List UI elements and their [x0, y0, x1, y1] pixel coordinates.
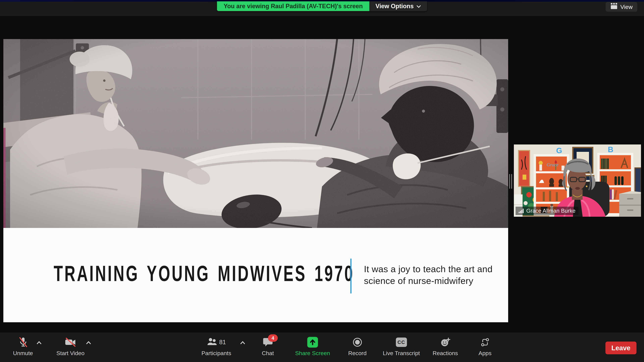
chat-button[interactable]: 4 Chat [262, 336, 274, 357]
unmute-label: Unmute [13, 350, 33, 357]
apps-label: Apps [478, 350, 492, 357]
banner-message: You are viewing Raul Padilla (AV-TECH)'s… [217, 1, 370, 11]
slide-divider [350, 259, 352, 294]
participant-video: Grace G [514, 144, 641, 217]
photo-illustration [3, 39, 508, 228]
view-button[interactable]: View [606, 2, 637, 12]
shelf-script-text: Grace [547, 162, 558, 167]
share-screen-button[interactable]: Share Screen [295, 336, 330, 357]
shared-screen: TRAINING YOUNG MIDWIVES 1970 It was a jo… [3, 39, 508, 322]
signal-bars-icon [518, 208, 524, 213]
cc-icon: CC [396, 338, 407, 347]
participants-chevron[interactable] [240, 341, 246, 346]
view-options-label: View Options [376, 3, 414, 10]
chat-label: Chat [262, 350, 274, 357]
screen-share-banner: You are viewing Raul Padilla (AV-TECH)'s… [217, 1, 427, 11]
reactions-button[interactable]: Reactions [432, 336, 458, 357]
mic-muted-icon [18, 336, 28, 348]
record-label: Record [348, 350, 366, 357]
participant-thumbnail[interactable]: Grace G [514, 144, 641, 217]
live-transcript-label: Live Transcript [383, 350, 420, 357]
share-screen-icon [307, 337, 318, 348]
zoom-meeting-window: Recording You are viewing Raul Padilla (… [0, 0, 644, 362]
leave-button[interactable]: Leave [606, 342, 636, 354]
participants-label: Participants [202, 350, 231, 357]
slide-title: TRAINING YOUNG MIDWIVES 1970 [54, 261, 354, 286]
apps-button[interactable]: Apps [478, 336, 492, 357]
video-options-chevron[interactable] [85, 341, 92, 346]
participants-count: 81 [219, 339, 226, 346]
panel-resize-handle[interactable] [508, 174, 513, 189]
record-button[interactable]: Record [348, 336, 366, 357]
share-screen-label: Share Screen [295, 350, 330, 357]
slide-subtitle: It was a joy to teach the art and scienc… [364, 263, 512, 287]
live-transcript-button[interactable]: CC Live Transcript [383, 336, 420, 357]
camera-muted-icon [64, 336, 76, 348]
unmute-button[interactable]: Unmute [13, 336, 33, 357]
reactions-label: Reactions [432, 350, 458, 357]
start-video-label: Start Video [56, 350, 84, 357]
start-video-button[interactable]: Start Video [56, 336, 84, 357]
chevron-down-icon [416, 3, 421, 10]
participant-name: Grace Allman Burke [526, 208, 576, 214]
apps-icon [480, 336, 490, 348]
view-label: View [620, 4, 632, 10]
reactions-icon [440, 336, 450, 348]
slide-photo [3, 39, 508, 228]
mic-options-chevron[interactable] [36, 341, 42, 346]
participants-icon [207, 337, 217, 348]
view-options-button[interactable]: View Options [370, 1, 427, 11]
participants-button[interactable]: 81 Participants [202, 336, 231, 357]
wall-letter-b: B [608, 145, 613, 154]
gallery-view-icon [610, 3, 618, 11]
chat-icon: 4 [263, 337, 273, 348]
record-icon [352, 336, 362, 348]
wall-letter-g: G [556, 146, 562, 155]
chat-badge: 4 [268, 334, 278, 342]
slide-lower: TRAINING YOUNG MIDWIVES 1970 It was a jo… [3, 228, 508, 322]
participant-name-plate: Grace Allman Burke [516, 207, 578, 215]
toolbar: Unmute Start Video [0, 333, 644, 362]
